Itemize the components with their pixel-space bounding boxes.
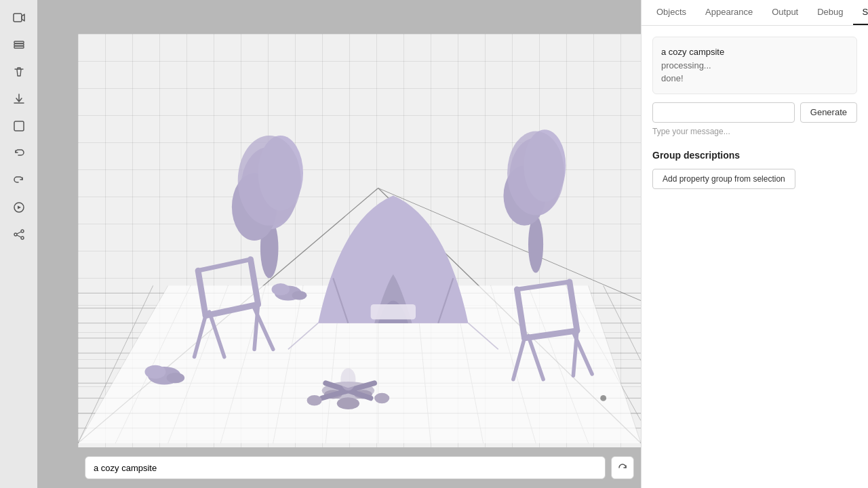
toolbar-redo-btn[interactable] <box>7 168 31 192</box>
tab-scene[interactable]: Scene <box>853 0 868 25</box>
tab-output[interactable]: Output <box>762 0 808 25</box>
svg-point-84 <box>167 373 185 383</box>
add-property-group-button[interactable]: Add property group from selection <box>652 169 795 189</box>
svg-point-6 <box>21 230 24 232</box>
tab-objects[interactable]: Objects <box>647 0 696 25</box>
svg-point-81 <box>292 291 307 300</box>
svg-point-76 <box>374 393 389 403</box>
type-message-hint: Type your message... <box>652 127 857 136</box>
svg-rect-2 <box>14 44 24 46</box>
svg-point-43 <box>528 216 543 272</box>
svg-rect-3 <box>14 46 24 48</box>
toolbar-download-btn[interactable] <box>7 87 31 111</box>
svg-point-85 <box>600 395 606 401</box>
left-toolbar <box>0 0 37 488</box>
svg-line-57 <box>198 260 250 271</box>
generate-button[interactable]: Generate <box>800 102 857 123</box>
svg-rect-4 <box>14 121 24 131</box>
tab-bar: Objects Appearance Output Debug Scene <box>642 0 868 26</box>
toolbar-share-btn[interactable] <box>7 222 31 247</box>
group-descriptions-title: Group descriptions <box>652 150 857 161</box>
svg-point-47 <box>507 131 564 215</box>
generate-row: Generate <box>652 102 857 123</box>
tab-appearance[interactable]: Appearance <box>696 0 762 25</box>
viewport-area: a cozy campsite <box>37 0 641 488</box>
svg-point-42 <box>238 136 301 226</box>
scene-svg <box>78 34 641 447</box>
panel-content: a cozy campsite processing... done! Gene… <box>642 26 868 488</box>
svg-rect-49 <box>371 304 416 319</box>
refresh-button[interactable] <box>611 456 634 479</box>
svg-rect-0 <box>14 14 22 22</box>
toolbar-layers-btn[interactable] <box>7 33 31 57</box>
svg-point-83 <box>144 365 165 379</box>
svg-rect-1 <box>14 41 24 43</box>
canvas-3d[interactable] <box>78 34 641 447</box>
svg-point-77 <box>337 397 359 409</box>
svg-point-78 <box>340 368 355 390</box>
bottom-bar: a cozy campsite <box>78 454 641 481</box>
svg-point-8 <box>21 237 24 239</box>
toolbar-square-btn[interactable] <box>7 114 31 138</box>
right-panel: Objects Appearance Output Debug Scene a … <box>641 0 868 488</box>
svg-point-75 <box>307 395 322 405</box>
toolbar-undo-btn[interactable] <box>7 141 31 165</box>
toolbar-trash-btn[interactable] <box>7 60 31 84</box>
processing-status: processing... <box>661 59 848 73</box>
toolbar-play-btn[interactable] <box>7 195 31 220</box>
toolbar-video-btn[interactable] <box>7 5 31 30</box>
done-status: done! <box>661 72 848 85</box>
scene-name-log: a cozy campsite <box>661 45 848 59</box>
prompt-input[interactable]: a cozy campsite <box>85 456 606 479</box>
svg-point-80 <box>272 283 290 296</box>
message-log: a cozy campsite processing... done! <box>652 37 857 94</box>
generate-input[interactable] <box>652 102 795 123</box>
tab-debug[interactable]: Debug <box>808 0 852 25</box>
svg-point-7 <box>14 233 17 236</box>
